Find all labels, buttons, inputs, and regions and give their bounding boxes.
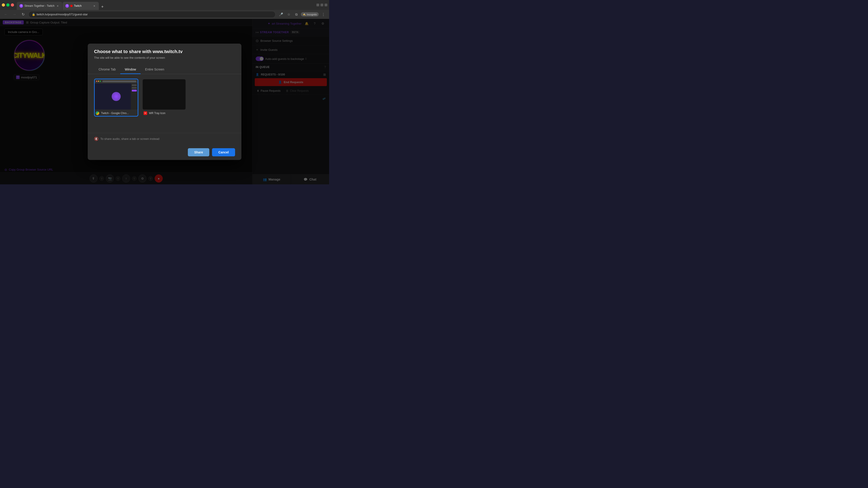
back-button[interactable]: ← [3,11,9,18]
microphone-icon[interactable]: 🎤 [278,11,284,18]
tab-bar: T Stream Together - Twitch ✕ T Twitch ✕ … [17,0,315,10]
thumb-side-item-1 [132,84,137,86]
thumb-sidebar [131,84,138,109]
window-item-chrome[interactable]: Twitch - Google Chro... [94,78,138,117]
more-options-icon[interactable]: ⋮ [320,11,327,18]
cancel-button[interactable]: Cancel [212,148,235,156]
tab-entire-screen[interactable]: Entire Screen [141,65,169,74]
address-bar[interactable]: 🔒 twitch.tv/popout/moodjoy071/guest-star [29,11,276,18]
tab-close-1[interactable]: ✕ [56,4,59,8]
tab-favicon-2: T [65,4,69,8]
tab-stream-together[interactable]: T Stream Together - Twitch ✕ [17,2,62,10]
thumb-dot-red [96,80,97,82]
audio-icon: 🔇 [94,137,98,141]
window-thumbnail-wr [143,79,186,109]
address-bar-row: ← → ↻ 🔒 twitch.tv/popout/moodjoy071/gues… [0,10,329,19]
tab-twitch[interactable]: T Twitch ✕ [63,2,99,10]
tab-close-2[interactable]: ✕ [92,4,96,8]
thumb-side-item-2 [132,87,137,89]
chrome-favicon [96,111,99,115]
tab-search-icon[interactable]: ⧉ [293,11,300,18]
modal-overlay: Choose what to share with www.twitch.tv … [0,19,329,184]
toolbar-icons: 🎤 ☆ ⧉ 🕵 Incognito ⋮ [278,11,327,18]
thumb-circle [112,92,121,101]
audio-notice: 🔇 To share audio, share a tab or screen … [88,133,241,144]
audio-notice-text: To share audio, share a tab or screen in… [100,137,159,140]
close-window-button[interactable] [11,3,14,6]
reload-button[interactable]: ↻ [20,11,26,18]
window-label-chrome: Twitch - Google Chro... [95,109,138,116]
thumb-chrome-bar [95,79,138,84]
thumb-body [95,84,138,109]
tab-window[interactable]: Window [120,65,141,74]
share-button[interactable]: Share [188,148,209,156]
window-name-chrome: Twitch - Google Chro... [101,111,129,115]
modal-subtitle: The site will be able to see the content… [94,56,235,59]
modal-header: Choose what to share with www.twitch.tv … [88,43,241,62]
wr-favicon: W [144,111,147,115]
star-icon[interactable]: ☆ [285,11,292,18]
content-area: BACKSTAGE ⊞ Group Capture Output: Tiled … [0,19,329,184]
window-label-wr: W WR Tray Icon [143,109,186,116]
window-thumbnail-chrome [95,79,138,109]
tab-favicon-1: T [20,4,23,8]
thumb-address-bar [102,80,136,82]
browser-chrome: T Stream Together - Twitch ✕ T Twitch ✕ … [0,0,329,10]
modal-title: Choose what to share with www.twitch.tv [94,49,235,54]
tab-title-1: Stream Together - Twitch [24,4,55,7]
thumb-side-item-3 [132,90,137,92]
window-name-wr: WR Tray Icon [149,111,165,115]
address-lock-icon: 🔒 [32,13,35,16]
new-tab-button[interactable]: + [99,4,105,10]
modal-content: Twitch - Google Chro... W WR Tray Icon [88,74,241,133]
chrome-thumbnail-content [95,79,138,109]
win-close-btn[interactable] [324,4,327,6]
incognito-badge: 🕵 Incognito [301,12,319,17]
win-min-btn[interactable] [316,4,319,6]
thumb-dot-green [100,80,101,82]
minimize-button[interactable] [2,3,5,6]
tab-recording-indicator [70,5,72,7]
win-max-btn[interactable] [320,4,323,6]
modal-actions: Share Cancel [88,144,241,160]
share-modal: Choose what to share with www.twitch.tv … [88,43,241,160]
window-item-wr[interactable]: W WR Tray Icon [142,78,186,117]
address-text: twitch.tv/popout/moodjoy071/guest-star [37,13,88,16]
maximize-button[interactable] [6,3,9,6]
thumb-dot-yellow [98,80,99,82]
incognito-label: Incognito [307,13,317,16]
incognito-icon: 🕵 [303,13,306,16]
tab-chrome-tab[interactable]: Chrome Tab [94,65,120,74]
modal-tabs: Chrome Tab Window Entire Screen [88,65,241,74]
tab-title-2: Twitch [74,4,82,7]
forward-button[interactable]: → [11,11,18,18]
window-controls [2,3,14,6]
window-grid: Twitch - Google Chro... W WR Tray Icon [94,78,235,117]
